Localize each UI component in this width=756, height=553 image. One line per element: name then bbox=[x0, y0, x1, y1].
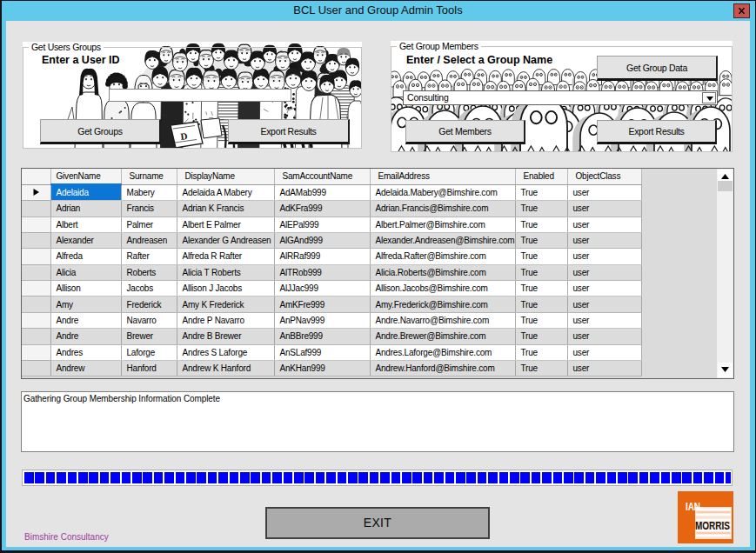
svg-text:IAN: IAN bbox=[686, 500, 700, 513]
svg-text:MORRIS: MORRIS bbox=[695, 519, 730, 532]
